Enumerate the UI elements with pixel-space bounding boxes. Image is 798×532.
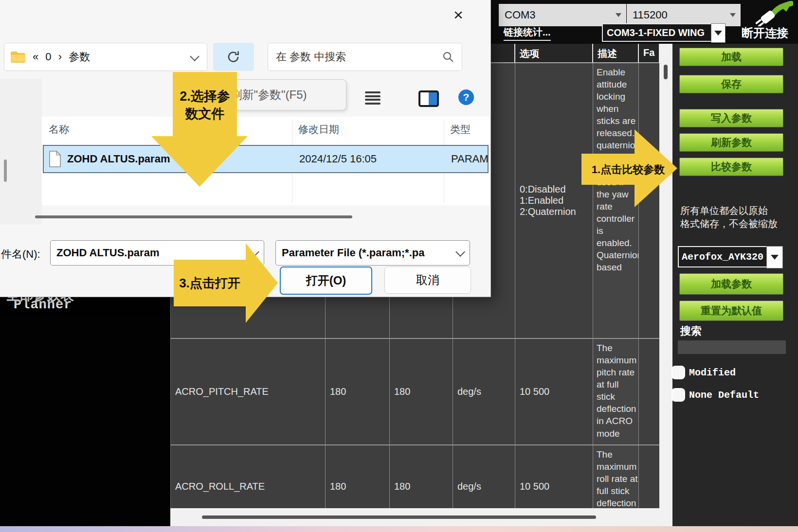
- units-note: 所有单位都会以原始 格式储存，不会被缩放: [680, 204, 778, 231]
- filename-value: ZOHD ALTUS.param: [56, 247, 159, 259]
- table-vertical-scrollbar-thumb[interactable]: [664, 65, 668, 79]
- connect-plug-icon[interactable]: [748, 1, 793, 26]
- column-header-date[interactable]: 修改日期: [298, 123, 339, 136]
- annotation-step2-text: 2.选择参 数文件: [173, 72, 237, 138]
- chevron-down-icon: [455, 247, 465, 257]
- file-type: PARAM: [451, 153, 489, 165]
- search-input[interactable]: [678, 340, 786, 354]
- link-stats-link[interactable]: 链接统计...: [504, 26, 551, 41]
- view-mode-icon[interactable]: [365, 91, 381, 105]
- reset-defaults-button[interactable]: 重置为默认值: [679, 301, 783, 321]
- modified-label: Modified: [689, 367, 736, 378]
- dialog-search-field[interactable]: 在 参数 中搜索: [268, 43, 462, 71]
- folder-icon: [10, 51, 26, 63]
- preview-pane-icon[interactable]: [418, 90, 439, 107]
- cancel-button[interactable]: 取消: [384, 266, 471, 294]
- param-row-cell: 180: [390, 339, 453, 445]
- col-header-options: 选项: [515, 44, 593, 63]
- load-button[interactable]: 加载: [679, 48, 783, 66]
- save-button[interactable]: 保存: [679, 75, 783, 93]
- param-row-cell: deg/s: [453, 339, 515, 445]
- connection-profile-arrow[interactable]: [711, 23, 725, 43]
- file-icon: [49, 151, 61, 167]
- param-row-fav[interactable]: [639, 445, 660, 508]
- chevron-down-icon: [771, 255, 779, 260]
- open-button[interactable]: 打开(O): [280, 266, 372, 295]
- address-bar[interactable]: « 0 › 参数: [4, 43, 207, 71]
- load-presets-button[interactable]: 加载参数: [679, 273, 783, 295]
- file-list-scrollbar-thumb[interactable]: [35, 215, 352, 218]
- chevron-down-icon: [616, 13, 621, 17]
- nav-pane: [0, 79, 42, 225]
- param-row-cell[interactable]: ACRO_PITCH_RATE: [171, 339, 326, 445]
- annotation-step1-text: 1.点击比较参数: [583, 162, 673, 177]
- none-default-filter[interactable]: None Default: [672, 389, 759, 401]
- filename-label: 件名(N):: [1, 247, 40, 262]
- file-date: 2024/12/5 16:05: [299, 153, 377, 165]
- refresh-icon: [226, 50, 241, 64]
- preset-select[interactable]: Aerofox_AYK320: [678, 246, 769, 267]
- table-horizontal-scrollbar-thumb[interactable]: [202, 515, 596, 519]
- disconnect-button[interactable]: 断开连接: [742, 25, 788, 41]
- params-sidebar: 加载 保存 写入参数 刷新参数 比较参数 所有单位都会以原始 格式储存，不会被缩…: [672, 44, 798, 526]
- planner-label: Planner: [14, 298, 72, 312]
- param-row-fav[interactable]: [639, 339, 660, 445]
- compare-params-button[interactable]: 比较参数: [679, 158, 783, 176]
- file-type-filter-value: Parameter File (*.param;*.pa: [282, 247, 424, 259]
- none-default-label: None Default: [689, 390, 759, 401]
- col-header-fav: Fa: [639, 44, 660, 63]
- param-row-cell[interactable]: 180: [326, 339, 390, 445]
- param-row-cell[interactable]: 180: [326, 445, 390, 508]
- chevron-down-icon: [730, 13, 736, 17]
- refresh-params-button[interactable]: 刷新参数: [679, 133, 783, 152]
- arrow-down-icon: [151, 136, 248, 187]
- dialog-search-placeholder: 在 参数 中搜索: [276, 50, 346, 64]
- param-row-cell: deg/s: [453, 445, 515, 508]
- param-row-cell[interactable]: ACRO_ROLL_RATE: [171, 445, 326, 508]
- write-params-button[interactable]: 写入参数: [679, 109, 783, 127]
- breadcrumb[interactable]: « 0 › 参数: [33, 50, 90, 64]
- modified-filter[interactable]: Modified: [672, 367, 736, 378]
- file-row-selected[interactable]: ZOHD ALTUS.param 2024/12/5 16:05 PARAM: [43, 145, 489, 173]
- file-list: 名称 修改日期 类型 ZOHD ALTUS.param 2024/12/5 16…: [42, 117, 490, 205]
- nav-pane-scrollbar-thumb[interactable]: [4, 160, 7, 182]
- param-row-cell: 180: [390, 445, 453, 508]
- col-header-desc: 描述: [593, 44, 639, 63]
- param-row-desc: The maximum roll rate at full stick defl…: [593, 445, 639, 508]
- param-row-desc: The maximum pitch rate at full stick def…: [593, 339, 639, 445]
- param-row-options: 10 500: [515, 339, 593, 445]
- preset-select-arrow[interactable]: [766, 246, 783, 268]
- chevron-down-icon[interactable]: [190, 52, 200, 61]
- baud-rate-value: 115200: [633, 9, 668, 21]
- search-icon: [442, 51, 454, 63]
- column-header-type[interactable]: 类型: [450, 123, 471, 136]
- modified-checkbox[interactable]: [672, 367, 684, 378]
- bottom-gradient-strip: [0, 526, 798, 532]
- chevron-down-icon: [714, 31, 722, 35]
- param-row-options: 0:Disabled 1:Enabled 2:Quaternion: [515, 63, 593, 339]
- refresh-button[interactable]: [213, 43, 254, 71]
- connection-profile-select[interactable]: COM3-1-FIXED WING: [602, 23, 714, 42]
- table-vertical-scrollbar[interactable]: [659, 44, 672, 526]
- annotation-step3-text: 3.点击打开: [174, 260, 246, 306]
- param-row-options: 10 500: [515, 445, 593, 508]
- search-label: 搜索: [680, 324, 702, 338]
- column-header-name[interactable]: 名称: [49, 123, 69, 136]
- none-default-checkbox[interactable]: [672, 389, 684, 401]
- close-icon[interactable]: ×: [447, 4, 470, 25]
- com-port-value: COM3: [505, 9, 536, 21]
- help-icon[interactable]: ?: [458, 89, 474, 105]
- screenshot-root: { "connection": { "port": "COM3", "baud"…: [0, 0, 798, 532]
- file-type-filter-select[interactable]: Parameter File (*.param;*.pa: [275, 240, 470, 266]
- arrow-right-icon: [246, 243, 278, 323]
- param-row-desc: Enable attitude locking when sticks are …: [593, 63, 639, 339]
